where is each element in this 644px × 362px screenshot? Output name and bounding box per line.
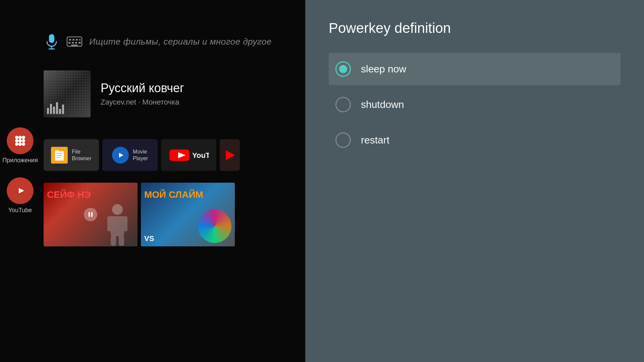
video-text-2: МОЙ СЛАЙМ	[144, 189, 203, 200]
video-thumb-1[interactable]: СЕЙФ НЭ	[44, 183, 138, 246]
powerkey-panel: Powerkey definition sleep now shutdown r…	[305, 0, 644, 362]
svg-marker-32	[226, 150, 235, 160]
apps-label: Приложения	[2, 157, 38, 164]
sidebar-item-youtube[interactable]: YouTube	[7, 177, 34, 214]
svg-point-20	[18, 142, 22, 146]
svg-point-14	[18, 136, 22, 139]
svg-rect-24	[56, 153, 62, 154]
radio-circle-restart	[335, 132, 351, 148]
svg-rect-39	[111, 236, 116, 246]
svg-point-21	[22, 142, 25, 146]
radio-label-sleep-now: sleep now	[361, 63, 406, 75]
svg-rect-8	[68, 42, 70, 44]
svg-point-17	[18, 139, 22, 142]
svg-rect-12	[71, 45, 78, 46]
song-title: Русский ковчег	[101, 81, 184, 95]
pause-icon-1	[84, 208, 97, 221]
youtube-logo-icon: YouTube	[169, 147, 209, 164]
movie-player-label: MoviePlayer	[133, 148, 148, 161]
svg-rect-0	[49, 34, 54, 43]
radio-label-shutdown: shutdown	[361, 99, 404, 110]
search-placeholder: Ищите фильмы, сериалы и многое другое	[89, 37, 272, 47]
svg-marker-22	[19, 188, 24, 193]
radio-restart[interactable]: restart	[329, 124, 621, 156]
app-tile-partial	[220, 139, 240, 171]
svg-point-18	[22, 139, 25, 142]
apps-icon	[7, 127, 34, 154]
radio-circle-shutdown	[335, 97, 351, 112]
mic-icon[interactable]	[44, 34, 60, 50]
svg-rect-37	[107, 216, 113, 231]
svg-rect-38	[121, 216, 127, 231]
yt-icon	[7, 177, 34, 204]
svg-rect-10	[75, 42, 77, 44]
svg-point-19	[15, 142, 18, 146]
yt-label: YouTube	[8, 207, 32, 214]
file-browser-icon	[51, 147, 68, 164]
content-card: Русский ковчег Zaycev.net · Монеточка	[44, 70, 295, 117]
svg-rect-9	[72, 42, 74, 44]
app-tile-file-browser[interactable]: FileBrowser	[44, 139, 99, 171]
sidebar-icons: Приложения YouTube	[0, 127, 40, 214]
radio-circle-sleep-now	[335, 61, 351, 77]
svg-point-15	[22, 136, 25, 139]
apps-row: FileBrowser MoviePlayer Yo	[44, 139, 240, 171]
bar-chart	[47, 102, 64, 114]
main-screen: Ищите фильмы, сериалы и многое другое	[0, 0, 644, 362]
app-tile-youtube[interactable]: YouTube	[161, 139, 216, 171]
app-tile-movie-player[interactable]: MoviePlayer	[102, 139, 158, 171]
svg-point-16	[15, 139, 18, 142]
keyboard-icon[interactable]	[66, 34, 83, 50]
song-info: Русский ковчег Zaycev.net · Монеточка	[101, 81, 184, 107]
left-panel: Ищите фильмы, сериалы и многое другое	[0, 0, 305, 362]
svg-rect-4	[69, 39, 71, 41]
svg-rect-11	[78, 42, 81, 44]
svg-point-13	[15, 136, 18, 139]
svg-rect-25	[56, 155, 62, 156]
album-art	[44, 70, 91, 117]
radio-shutdown[interactable]: shutdown	[329, 88, 621, 121]
svg-rect-33	[89, 212, 90, 217]
movie-player-icon	[112, 147, 129, 164]
svg-text:YouTube: YouTube	[192, 151, 209, 160]
svg-rect-34	[91, 212, 93, 217]
video-thumb-2[interactable]: МОЙ СЛАЙМ VS	[141, 183, 235, 246]
radio-label-restart: restart	[361, 134, 389, 146]
svg-rect-5	[72, 39, 74, 41]
song-subtitle: Zaycev.net · Монеточка	[101, 98, 184, 107]
file-browser-label: FileBrowser	[72, 148, 92, 161]
svg-rect-7	[79, 39, 80, 41]
video-text-1: СЕЙФ НЭ	[47, 189, 91, 200]
search-bar[interactable]: Ищите фильмы, сериалы и многое другое	[44, 34, 295, 50]
sidebar-item-apps[interactable]: Приложения	[2, 127, 38, 164]
powerkey-title: Powerkey definition	[329, 20, 621, 36]
svg-rect-26	[56, 157, 60, 158]
svg-point-35	[112, 204, 123, 215]
radio-sleep-now[interactable]: sleep now	[329, 53, 621, 85]
video-thumbnails-row: СЕЙФ НЭ МОЙ СЛАЙМ	[44, 183, 235, 246]
svg-rect-40	[119, 236, 124, 246]
svg-rect-6	[76, 39, 78, 41]
